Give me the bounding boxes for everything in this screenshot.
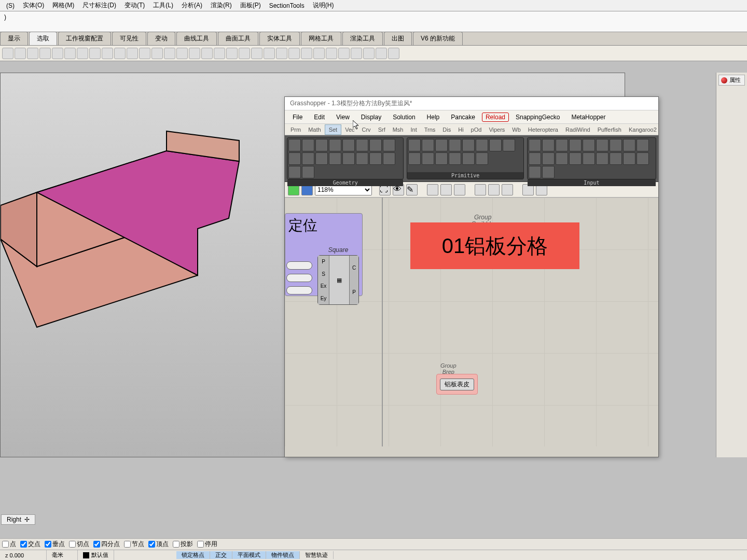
gh-category-tab[interactable]: Msh xyxy=(389,125,407,134)
osnap-option[interactable]: 停用 xyxy=(197,540,217,549)
toolbar-icon[interactable] xyxy=(313,48,325,59)
param-capsule-3[interactable] xyxy=(286,286,312,295)
component-icon[interactable] xyxy=(422,152,434,165)
component-icon[interactable] xyxy=(583,152,595,165)
tb-icon-e[interactable] xyxy=(488,184,500,195)
gh-category-tab[interactable]: Prm xyxy=(287,125,305,134)
component-icon[interactable] xyxy=(302,139,314,151)
toolbar-icon[interactable] xyxy=(376,48,387,59)
menu-item[interactable]: 工具(L) xyxy=(149,0,177,11)
component-icon[interactable] xyxy=(542,166,555,178)
component-icon[interactable] xyxy=(529,139,541,151)
component-icon[interactable] xyxy=(637,139,649,151)
toolbar-icon[interactable] xyxy=(102,48,113,59)
rhino-tab[interactable]: 网格工具 xyxy=(301,32,341,45)
rhino-tab[interactable]: 显示 xyxy=(0,32,28,45)
input-port[interactable]: P xyxy=(322,259,325,264)
toolbar-icon[interactable] xyxy=(39,48,51,59)
toolbar-icon[interactable] xyxy=(363,48,375,59)
gh-category-tab[interactable]: Wb xyxy=(508,125,524,134)
component-icon[interactable] xyxy=(288,139,301,151)
component-icon[interactable] xyxy=(329,152,341,165)
component-icon[interactable] xyxy=(356,152,368,165)
component-icon[interactable] xyxy=(529,152,541,165)
component-icon[interactable] xyxy=(383,139,395,151)
component-icon[interactable] xyxy=(356,139,368,151)
gh-category-tab[interactable]: Set xyxy=(325,124,342,135)
osnap-option[interactable]: 节点 xyxy=(124,540,144,549)
component-icon[interactable] xyxy=(462,152,475,165)
component-icon[interactable] xyxy=(503,139,515,151)
gh-category-tab[interactable]: Crv xyxy=(358,125,375,134)
osnap-checkbox[interactable] xyxy=(45,541,51,548)
square-component[interactable]: Square PSExEy ▦ CP xyxy=(317,255,359,305)
rhino-tab[interactable]: 变动 xyxy=(147,32,175,45)
osnap-checkbox[interactable] xyxy=(20,541,27,548)
component-icon[interactable] xyxy=(489,139,502,151)
tb-icon-d[interactable] xyxy=(475,184,486,195)
input-port[interactable]: Ey xyxy=(321,296,327,301)
osnap-checkbox[interactable] xyxy=(197,541,204,548)
component-icon[interactable] xyxy=(556,139,568,151)
tb-icon-c[interactable] xyxy=(454,184,465,195)
gh-category-tab[interactable]: Dis xyxy=(439,125,454,134)
status-toggle[interactable]: 锁定格点 xyxy=(176,551,210,559)
tb-icon-a[interactable] xyxy=(427,184,438,195)
toolbar-icon[interactable] xyxy=(326,48,337,59)
toolbar-icon[interactable] xyxy=(276,48,287,59)
component-icon[interactable] xyxy=(369,152,382,165)
component-icon[interactable] xyxy=(302,152,314,165)
rhino-tab[interactable]: 曲线工具 xyxy=(176,32,217,45)
gh-category-tab[interactable]: Trns xyxy=(421,125,439,134)
menu-item[interactable]: 渲染(R) xyxy=(206,0,236,11)
component-icon[interactable] xyxy=(596,139,608,151)
component-icon[interactable] xyxy=(637,152,649,165)
component-icon[interactable] xyxy=(476,139,488,151)
component-icon[interactable] xyxy=(529,166,541,178)
toolbar-icon[interactable] xyxy=(388,48,399,59)
menu-item[interactable]: SectionTools xyxy=(265,1,309,10)
osnap-option[interactable]: 垂点 xyxy=(45,540,65,549)
component-icon[interactable] xyxy=(315,152,328,165)
toolbar-icon[interactable] xyxy=(164,48,175,59)
toolbar-icon[interactable] xyxy=(351,48,362,59)
osnap-option[interactable]: 顶点 xyxy=(148,540,169,549)
gh-menu-item[interactable]: SnappingGecko xyxy=(511,112,564,122)
toolbar-icon[interactable] xyxy=(151,48,163,59)
toolbar-icon[interactable] xyxy=(127,48,138,59)
menu-item[interactable]: 尺寸标注(D) xyxy=(78,0,120,11)
gh-category-tab[interactable]: Hi xyxy=(454,125,467,134)
component-icon[interactable] xyxy=(623,139,635,151)
osnap-checkbox[interactable] xyxy=(148,541,155,548)
toolbar-icon[interactable] xyxy=(189,48,200,59)
component-icon[interactable] xyxy=(408,139,421,151)
menu-item[interactable]: 实体(O) xyxy=(19,0,48,11)
component-icon[interactable] xyxy=(408,152,421,165)
toolbar-icon[interactable] xyxy=(264,48,275,59)
gh-category-tab[interactable]: Kangaroo2 xyxy=(625,125,660,134)
gh-canvas[interactable]: 定位 Square PSExEy ▦ CP GroupScribble 01铝板… xyxy=(285,198,658,446)
gh-group-purple[interactable]: 定位 Square PSExEy ▦ CP xyxy=(285,213,363,296)
rhino-tab[interactable]: 可见性 xyxy=(112,32,146,45)
component-icon[interactable] xyxy=(596,152,608,165)
component-icon[interactable] xyxy=(435,139,448,151)
toolbar-icon[interactable] xyxy=(301,48,312,59)
menu-item[interactable]: 分析(A) xyxy=(177,0,206,11)
gh-category-tab[interactable]: Int xyxy=(407,125,420,134)
toolbar-icon[interactable] xyxy=(288,48,300,59)
osnap-option[interactable]: 点 xyxy=(2,540,16,549)
component-icon[interactable] xyxy=(369,139,382,151)
rhino-tab[interactable]: 曲面工具 xyxy=(218,32,258,45)
component-icon[interactable] xyxy=(342,152,355,165)
toolbar-icon[interactable] xyxy=(27,48,38,59)
status-toggle[interactable]: 智慧轨迹 xyxy=(300,551,334,559)
gh-category-tab[interactable]: Srf xyxy=(375,125,389,134)
rhino-tab[interactable]: 渲染工具 xyxy=(342,32,383,45)
tb-icon-b[interactable] xyxy=(440,184,452,195)
gh-category-tab[interactable]: RadiWind xyxy=(562,125,594,134)
status-layer[interactable]: 默认值 xyxy=(78,550,114,560)
osnap-checkbox[interactable] xyxy=(2,541,9,548)
gh-reload-button[interactable]: Reload xyxy=(482,113,509,122)
component-icon[interactable] xyxy=(329,139,341,151)
gh-category-tab[interactable]: Vec xyxy=(341,125,358,134)
